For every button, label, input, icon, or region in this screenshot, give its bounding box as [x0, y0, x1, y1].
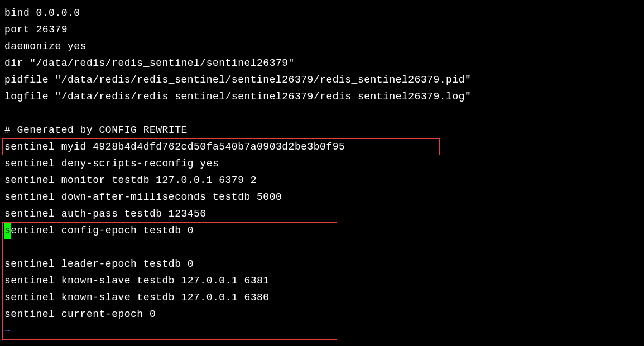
config-line: sentinel leader-epoch testdb 0: [4, 256, 640, 272]
config-line: sentinel known-slave testdb 127.0.0.1 63…: [4, 289, 640, 306]
config-line-myid: sentinel myid 4928b4d4dfd762cd50fa540b7a…: [4, 138, 640, 155]
cursor-icon: s: [4, 222, 11, 239]
config-line: sentinel down-after-milliseconds testdb …: [4, 189, 640, 205]
config-line: port 26379: [4, 21, 640, 38]
config-line: sentinel deny-scripts-reconfig yes: [4, 155, 640, 172]
config-line: [4, 105, 640, 122]
config-line: dir "/data/redis/redis_sentinel/sentinel…: [4, 55, 640, 71]
config-line: bind 0.0.0.0: [4, 4, 640, 21]
config-line: sentinel current-epoch 0: [4, 306, 640, 323]
config-line: logfile "/data/redis/redis_sentinel/sent…: [4, 88, 640, 105]
config-line: pidfile "/data/redis/redis_sentinel/sent…: [4, 71, 640, 88]
config-line: sentinel auth-pass testdb 123456: [4, 205, 640, 222]
config-line: # Generated by CONFIG REWRITE: [4, 122, 640, 138]
config-line: daemonize yes: [4, 38, 640, 55]
config-line-cursor[interactable]: sentinel config-epoch testdb 0: [4, 222, 640, 239]
config-line: [4, 239, 640, 256]
config-line: sentinel monitor testdb 127.0.0.1 6379 2: [4, 172, 640, 189]
vim-tilde-line: ~: [4, 323, 640, 339]
config-line: sentinel known-slave testdb 127.0.0.1 63…: [4, 272, 640, 289]
cursor-line-rest: entinel config-epoch testdb 0: [11, 225, 194, 236]
